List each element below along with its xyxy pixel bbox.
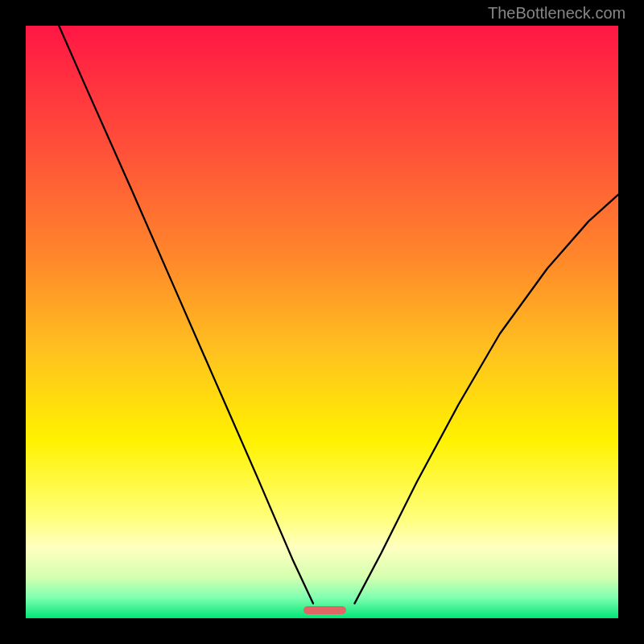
curve-left-branch (46, 26, 313, 604)
chart-frame: TheBottleneck.com (0, 0, 644, 644)
curve-right-branch (354, 195, 618, 604)
optimal-marker-pill (303, 606, 346, 614)
bottleneck-curve (26, 26, 618, 618)
plot-area (26, 26, 618, 618)
attribution-text: TheBottleneck.com (488, 4, 625, 23)
